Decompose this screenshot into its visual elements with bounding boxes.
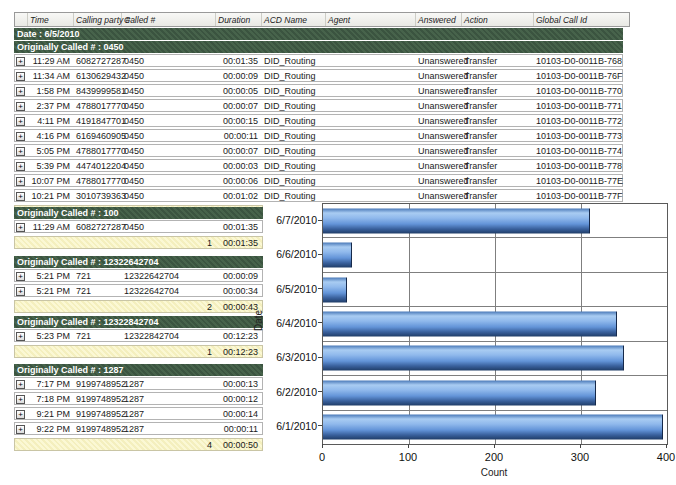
expand-row-button[interactable]: + <box>16 72 25 81</box>
x-axis-tick-label: 0 <box>319 451 325 463</box>
group-section: Originally Called # : 12322842704+5:23 P… <box>14 316 266 358</box>
cell-calling: 4474012204 <box>74 161 122 171</box>
cell-answered: Unanswered <box>416 101 462 111</box>
cell-called: 1287 <box>122 409 216 419</box>
bar-6/4/2010 <box>323 311 617 336</box>
summary-count: 2 <box>122 302 216 312</box>
expand-row-button[interactable]: + <box>16 380 25 389</box>
cell-answered: Unanswered <box>416 161 462 171</box>
call-row: +5:23 PM7211232284270400:12:23 <box>14 329 263 342</box>
expand-row-button[interactable]: + <box>16 410 25 419</box>
cell-time: 11:29 AM <box>28 56 74 66</box>
expand-row-button[interactable]: + <box>16 192 25 201</box>
cell-action: Transfer <box>462 161 534 171</box>
bar-6/1/2010 <box>323 415 663 440</box>
expand-cell: + <box>15 409 28 419</box>
column-header-global: Global Call Id <box>534 13 622 26</box>
cell-global: 10103-D0-0011B-774 <box>534 146 622 156</box>
chart-bands <box>323 204 667 444</box>
chart-band <box>323 375 667 409</box>
column-header-action: Action <box>462 13 534 26</box>
call-row: +2:37 PM4788017770045000:00:07DID_Routin… <box>14 99 623 112</box>
expand-row-button[interactable]: + <box>16 177 25 186</box>
expand-cell: + <box>15 146 28 156</box>
expand-row-button[interactable]: + <box>16 272 25 281</box>
originally-called-group-band: Originally Called # : 100 <box>14 207 263 219</box>
cell-acd: DID_Routing <box>262 116 326 126</box>
cell-action: Transfer <box>462 86 534 96</box>
cell-time: 5:23 PM <box>28 331 74 341</box>
cell-answered: Unanswered <box>416 191 462 201</box>
date-group-band: Date : 6/5/2010 <box>14 28 623 40</box>
cell-answered: Unanswered <box>416 146 462 156</box>
expand-row-button[interactable]: + <box>16 395 25 404</box>
originally-called-group-band: Originally Called # : 1287 <box>14 364 263 376</box>
expand-row-button[interactable]: + <box>16 332 25 341</box>
call-row: +1:58 PM8439999581045000:00:05DID_Routin… <box>14 84 623 97</box>
expand-row-button[interactable]: + <box>16 87 25 96</box>
cell-answered: Unanswered <box>416 71 462 81</box>
column-header-duration: Duration <box>216 13 262 26</box>
expand-row-button[interactable]: + <box>16 147 25 156</box>
cell-called: 0450 <box>122 191 216 201</box>
expand-cell: + <box>15 131 28 141</box>
call-row: +11:29 AM6082727287045000:01:35DID_Routi… <box>14 54 623 67</box>
calls-by-date-chart: Date 6/7/20106/6/20106/5/20106/4/20106/3… <box>256 203 674 483</box>
group-summary-row: 400:00:50 <box>14 438 263 451</box>
cell-called: 1287 <box>122 394 216 404</box>
cell-called: 0450 <box>122 86 216 96</box>
cell-called: 0450 <box>122 116 216 126</box>
expand-row-button[interactable]: + <box>16 102 25 111</box>
cell-calling: 721 <box>74 271 122 281</box>
expand-cell: + <box>15 176 28 186</box>
column-header-time: Time <box>28 13 74 26</box>
expand-cell: + <box>15 191 28 201</box>
cell-called: 12322642704 <box>122 271 216 281</box>
x-axis-tick-mark <box>580 444 581 448</box>
cell-time: 5:21 PM <box>28 286 74 296</box>
x-axis-tick-label: 300 <box>571 451 589 463</box>
expand-cell: + <box>15 424 28 434</box>
y-axis-category-label: 6/4/2010 <box>268 306 322 340</box>
cell-time: 11:34 AM <box>28 71 74 81</box>
cell-called: 0450 <box>122 101 216 111</box>
cell-duration: 00:00:07 <box>216 146 262 156</box>
expand-row-button[interactable]: + <box>16 117 25 126</box>
cell-action: Transfer <box>462 176 534 186</box>
chart-x-axis-title: Count <box>322 467 666 478</box>
expand-cell: + <box>15 394 28 404</box>
x-axis-tick-mark <box>666 444 667 448</box>
y-axis-category-label: 6/6/2010 <box>268 237 322 271</box>
group-summary-row: 200:00:43 <box>14 300 263 313</box>
expand-row-button[interactable]: + <box>16 57 25 66</box>
cell-calling: 3010739363 <box>74 191 122 201</box>
expand-row-button[interactable]: + <box>16 223 25 232</box>
call-row: +7:18 PM9199748952128700:00:12 <box>14 392 263 405</box>
bar-6/2/2010 <box>323 380 596 405</box>
cell-calling: 8439999581 <box>74 86 122 96</box>
cell-duration: 00:00:09 <box>216 71 262 81</box>
cell-acd: DID_Routing <box>262 146 326 156</box>
cell-time: 7:17 PM <box>28 379 74 389</box>
expand-row-button[interactable]: + <box>16 425 25 434</box>
cell-calling: 6082727287 <box>74 222 122 232</box>
chart-band <box>323 410 667 444</box>
cell-called: 0450 <box>122 71 216 81</box>
cell-calling: 6082727287 <box>74 56 122 66</box>
expand-row-button[interactable]: + <box>16 132 25 141</box>
expand-row-button[interactable]: + <box>16 287 25 296</box>
call-row: +10:07 PM4788017770045000:00:06DID_Routi… <box>14 174 623 187</box>
cell-calling: 4788017770 <box>74 176 122 186</box>
call-row: +11:29 AM6082727287045000:01:35 <box>14 220 263 233</box>
chart-y-axis-title: Date <box>253 310 264 331</box>
cell-called: 12322842704 <box>122 331 216 341</box>
cell-time: 10:07 PM <box>28 176 74 186</box>
call-row: +10:21 PM3010739363045000:01:02DID_Routi… <box>14 189 623 202</box>
expand-cell: + <box>15 101 28 111</box>
cell-global: 10103-D0-0011B-77F <box>534 191 622 201</box>
group-section: Originally Called # : 100+11:29 AM608272… <box>14 207 266 249</box>
cell-called: 0450 <box>122 131 216 141</box>
cell-called: 12322642704 <box>122 286 216 296</box>
expand-row-button[interactable]: + <box>16 162 25 171</box>
cell-calling: 9199748952 <box>74 409 122 419</box>
